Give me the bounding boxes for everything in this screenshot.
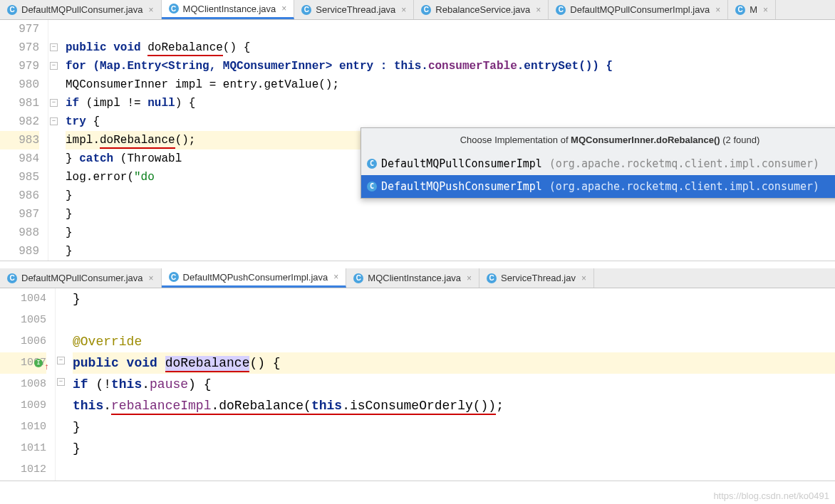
line-number: 984 [0, 149, 39, 168]
code-line: } [73, 438, 835, 459]
close-icon[interactable]: × [149, 273, 154, 283]
tab-label: MQClientInstance.java [183, 4, 276, 14]
close-icon[interactable]: × [281, 4, 286, 14]
class-icon: C [353, 273, 363, 283]
close-icon[interactable]: × [333, 272, 338, 282]
tab-label: MQClientInstance.java [368, 273, 461, 283]
fold-marker[interactable]: − [50, 62, 58, 70]
editor-tab[interactable]: CMQClientInstance.java× [346, 268, 479, 288]
code-line: MQConsumerInner impl = entry.getValue(); [66, 75, 835, 94]
bottom-gutter: 1004100510061007I↑10081009101010111012 [0, 288, 56, 481]
bottom-code-area[interactable]: } @Override@Override public void doRebal… [68, 288, 835, 481]
implementation-choice[interactable]: CDefaultMQPushConsumerImpl(org.apache.ro… [361, 175, 835, 198]
class-icon: C [367, 159, 377, 169]
fold-marker[interactable]: − [50, 99, 58, 107]
code-line: if (impl != null) { [66, 94, 835, 112]
line-number: 986 [0, 187, 39, 205]
line-number: 1006 [0, 331, 46, 352]
close-icon[interactable]: × [149, 5, 154, 15]
line-number: 985 [0, 168, 39, 187]
bottom-editor-pane: CDefaultMQPullConsumer.java×CDefaultMQPu… [0, 268, 835, 481]
line-number: 980 [0, 75, 39, 94]
editor-tab[interactable]: CDefaultMQPullConsumerImpl.java× [549, 0, 728, 19]
close-icon[interactable]: × [763, 5, 768, 15]
close-icon[interactable]: × [401, 5, 406, 15]
editor-tab[interactable]: CRebalanceService.java× [414, 0, 549, 19]
top-gutter: 977978979980981982983984985986987988989 [0, 20, 48, 261]
class-icon: C [301, 5, 311, 15]
tab-label: M [750, 4, 757, 15]
choose-implementation-popup: Choose Implementation of MQConsumerInner… [361, 127, 835, 199]
code-line: public void doRebalance() { [66, 38, 835, 57]
popup-title: Choose Implementation of MQConsumerInner… [361, 128, 835, 152]
close-icon[interactable]: × [467, 273, 472, 283]
code-line [66, 20, 835, 38]
line-number: 983 [0, 131, 39, 149]
code-line: for (Map.Entry<String, MQConsumerInner> … [66, 57, 835, 75]
code-line: } [66, 242, 835, 261]
bottom-fold-column: − − [56, 288, 68, 481]
impl-package: (org.apache.rocketmq.client.impl.consume… [549, 177, 819, 196]
code-line: } [66, 205, 835, 224]
class-icon: C [735, 5, 745, 15]
code-line: } [73, 416, 835, 438]
line-number: 988 [0, 224, 39, 242]
class-icon: C [7, 5, 17, 15]
top-editor: 977978979980981982983984985986987988989 … [0, 20, 835, 261]
line-number: 1011 [0, 438, 46, 459]
tab-label: DefaultMQPushConsumerImpl.java [183, 272, 328, 283]
top-editor-pane: CDefaultMQPullConsumer.java×CMQClientIns… [0, 0, 835, 261]
impl-class-name: DefaultMQPushConsumerImpl [381, 177, 542, 196]
editor-tab[interactable]: CServiceThread.java× [294, 0, 414, 19]
line-number: 981 [0, 94, 39, 112]
bottom-editor: 1004100510061007I↑10081009101010111012 −… [0, 288, 835, 481]
line-number: 977 [0, 20, 39, 38]
close-icon[interactable]: × [715, 5, 720, 15]
code-line: } [66, 224, 835, 242]
code-line: @Override@Override [73, 331, 835, 352]
editor-tab[interactable]: CServiceThread.jav× [479, 268, 594, 288]
fold-marker[interactable]: − [50, 117, 58, 125]
editor-tab[interactable]: CDefaultMQPushConsumerImpl.java× [162, 268, 347, 288]
class-icon: C [169, 4, 179, 14]
tab-label: DefaultMQPullConsumerImpl.java [570, 4, 710, 15]
class-icon: C [169, 272, 179, 282]
fold-marker[interactable]: − [57, 357, 65, 364]
top-code-area[interactable]: public void doRebalance() { for (Map.Ent… [61, 20, 835, 261]
top-tab-bar: CDefaultMQPullConsumer.java×CMQClientIns… [0, 0, 835, 20]
line-number: 1004 [0, 288, 46, 310]
editor-tab[interactable]: CM× [728, 0, 776, 19]
top-fold-column: − − − − [48, 20, 61, 261]
tab-label: DefaultMQPullConsumer.java [21, 273, 143, 283]
line-number: 1009 [0, 395, 46, 416]
tab-label: ServiceThread.java [316, 4, 395, 15]
watermark-text: https://blog.csdn.net/ko0491 [713, 490, 829, 501]
line-number: 1012 [0, 459, 46, 481]
code-line [73, 310, 835, 331]
code-line: this.rebalanceImpl.doRebalance(this.isCo… [73, 395, 835, 416]
line-number: 1007I↑ [0, 352, 46, 374]
tab-label: ServiceThread.jav [501, 273, 576, 283]
implementation-gutter-icon[interactable]: I [34, 359, 43, 367]
line-number: 987 [0, 205, 39, 224]
line-number: 1008 [0, 374, 46, 395]
close-icon[interactable]: × [536, 5, 541, 15]
implementation-choice[interactable]: CDefaultMQPullConsumerImpl(org.apache.ro… [361, 152, 835, 175]
impl-class-name: DefaultMQPullConsumerImpl [381, 154, 542, 173]
class-icon: C [421, 5, 431, 15]
line-number: 1005 [0, 310, 46, 331]
line-number: 989 [0, 242, 39, 261]
line-number: 978 [0, 38, 39, 57]
editor-tab[interactable]: CMQClientInstance.java× [162, 0, 295, 19]
line-number: 1010 [0, 416, 46, 438]
fold-marker[interactable]: − [50, 43, 58, 51]
editor-tab[interactable]: CDefaultMQPullConsumer.java× [0, 0, 162, 19]
fold-marker[interactable]: − [57, 378, 65, 386]
editor-tab[interactable]: CDefaultMQPullConsumer.java× [0, 268, 162, 288]
impl-package: (org.apache.rocketmq.client.impl.consume… [549, 154, 819, 173]
tab-label: RebalanceService.java [435, 4, 530, 15]
line-number: 979 [0, 57, 39, 75]
code-line: if (!this.pause) { [73, 374, 835, 395]
close-icon[interactable]: × [581, 273, 586, 283]
code-line-highlighted: public void doRebalance() { [73, 352, 835, 374]
